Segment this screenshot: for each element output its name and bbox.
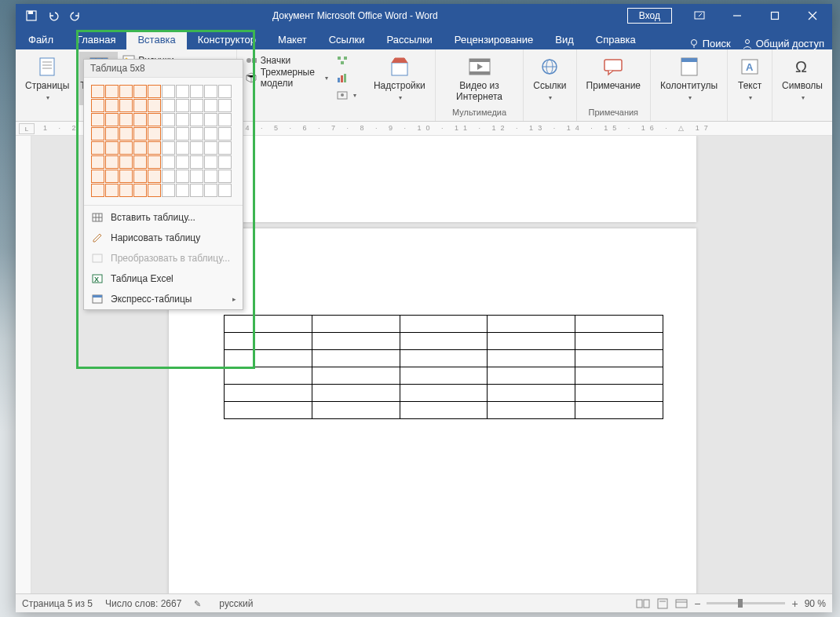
grid-cell[interactable]	[176, 170, 189, 183]
grid-cell[interactable]	[176, 141, 189, 155]
addins-button[interactable]: Надстройки▾	[369, 52, 430, 105]
grid-cell[interactable]	[133, 85, 147, 98]
grid-cell[interactable]	[105, 85, 119, 98]
grid-cell[interactable]	[119, 184, 133, 197]
grid-cell[interactable]	[162, 155, 175, 169]
grid-cell[interactable]	[176, 113, 189, 126]
table-cell[interactable]	[400, 333, 488, 350]
login-button[interactable]: Вход	[627, 8, 672, 24]
undo-icon[interactable]	[46, 8, 61, 24]
grid-cell[interactable]	[91, 127, 104, 141]
tab-5[interactable]: Рассылки	[375, 30, 443, 49]
tab-file[interactable]: Файл	[16, 30, 66, 49]
language-status[interactable]: русский	[219, 598, 253, 609]
grid-cell[interactable]	[218, 85, 232, 98]
zoom-out-icon[interactable]: −	[694, 597, 700, 610]
grid-cell[interactable]	[91, 155, 104, 169]
grid-cell[interactable]	[105, 170, 119, 183]
maximize-icon[interactable]	[757, 4, 793, 27]
grid-cell[interactable]	[133, 184, 147, 197]
word-count[interactable]: Число слов: 2667	[105, 598, 181, 609]
grid-cell[interactable]	[204, 170, 217, 183]
zoom-level[interactable]: 90 %	[805, 598, 826, 609]
page-status[interactable]: Страница 5 из 5	[22, 598, 93, 609]
grid-cell[interactable]	[105, 184, 119, 197]
tab-3[interactable]: Макет	[267, 30, 318, 49]
grid-cell[interactable]	[91, 141, 104, 155]
table-cell[interactable]	[488, 333, 575, 350]
screenshot-button[interactable]: ▾	[333, 86, 360, 104]
table-cell[interactable]	[488, 350, 575, 367]
grid-cell[interactable]	[218, 99, 232, 112]
grid-cell[interactable]	[105, 113, 119, 126]
grid-cell[interactable]	[133, 155, 147, 169]
table-cell[interactable]	[575, 385, 663, 402]
grid-cell[interactable]	[148, 141, 161, 155]
grid-cell[interactable]	[105, 99, 119, 112]
grid-cell[interactable]	[190, 155, 203, 169]
grid-cell[interactable]	[148, 99, 161, 112]
spellcheck-icon[interactable]: ✎	[194, 598, 206, 609]
grid-cell[interactable]	[162, 184, 175, 197]
tab-2[interactable]: Конструктор	[187, 30, 267, 49]
symbols-button[interactable]: Ω Символы▾	[777, 52, 827, 105]
table-cell[interactable]	[312, 333, 400, 350]
grid-cell[interactable]	[218, 127, 232, 141]
grid-cell[interactable]	[148, 85, 161, 98]
table-cell[interactable]	[312, 316, 400, 333]
grid-cell[interactable]	[119, 99, 133, 112]
grid-cell[interactable]	[119, 127, 133, 141]
pages-button[interactable]: Страницы▾	[20, 52, 74, 105]
table-cell[interactable]	[400, 367, 488, 385]
grid-cell[interactable]	[105, 141, 119, 155]
grid-cell[interactable]	[218, 170, 232, 183]
grid-cell[interactable]	[218, 155, 232, 169]
grid-cell[interactable]	[190, 99, 203, 112]
excel-table-menuitem[interactable]: XТаблица Excel	[84, 268, 243, 289]
close-icon[interactable]	[794, 4, 831, 27]
table-cell[interactable]	[488, 402, 575, 419]
grid-cell[interactable]	[148, 170, 161, 183]
grid-cell[interactable]	[190, 170, 203, 183]
table-cell[interactable]	[225, 367, 312, 385]
table-cell[interactable]	[312, 385, 400, 402]
grid-cell[interactable]	[176, 99, 189, 112]
grid-cell[interactable]	[133, 141, 147, 155]
table-cell[interactable]	[488, 316, 575, 333]
grid-cell[interactable]	[91, 184, 104, 197]
zoom-slider[interactable]	[707, 602, 785, 604]
3d-models-button[interactable]: Трехмерные модели▾	[242, 69, 331, 86]
text-button[interactable]: A Текст▾	[732, 52, 767, 105]
grid-cell[interactable]	[190, 113, 203, 126]
table-cell[interactable]	[488, 367, 575, 385]
grid-cell[interactable]	[176, 184, 189, 197]
table-cell[interactable]	[575, 316, 663, 333]
tab-7[interactable]: Вид	[544, 30, 585, 49]
minimize-icon[interactable]	[719, 4, 755, 27]
grid-cell[interactable]	[91, 85, 104, 98]
quick-tables-menuitem[interactable]: Экспресс-таблицы▸	[84, 289, 243, 309]
draw-table-menuitem[interactable]: Нарисовать таблицу	[84, 228, 243, 248]
grid-cell[interactable]	[148, 113, 161, 126]
insert-table-menuitem[interactable]: Вставить таблицу...	[84, 207, 243, 228]
vertical-ruler[interactable]	[16, 136, 31, 593]
grid-cell[interactable]	[190, 141, 203, 155]
grid-cell[interactable]	[162, 99, 175, 112]
smartart-button[interactable]	[333, 52, 360, 69]
grid-cell[interactable]	[148, 127, 161, 141]
grid-cell[interactable]	[204, 85, 217, 98]
tab-1[interactable]: Вставка	[126, 30, 186, 49]
grid-cell[interactable]	[204, 113, 217, 126]
table-cell[interactable]	[225, 333, 312, 350]
grid-cell[interactable]	[133, 127, 147, 141]
table-cell[interactable]	[225, 402, 312, 419]
grid-cell[interactable]	[105, 127, 119, 141]
grid-cell[interactable]	[133, 170, 147, 183]
table-cell[interactable]	[575, 350, 663, 367]
save-icon[interactable]	[24, 8, 39, 24]
grid-cell[interactable]	[162, 85, 175, 98]
grid-cell[interactable]	[218, 184, 232, 197]
grid-cell[interactable]	[119, 170, 133, 183]
table-cell[interactable]	[225, 350, 312, 367]
grid-cell[interactable]	[91, 170, 104, 183]
